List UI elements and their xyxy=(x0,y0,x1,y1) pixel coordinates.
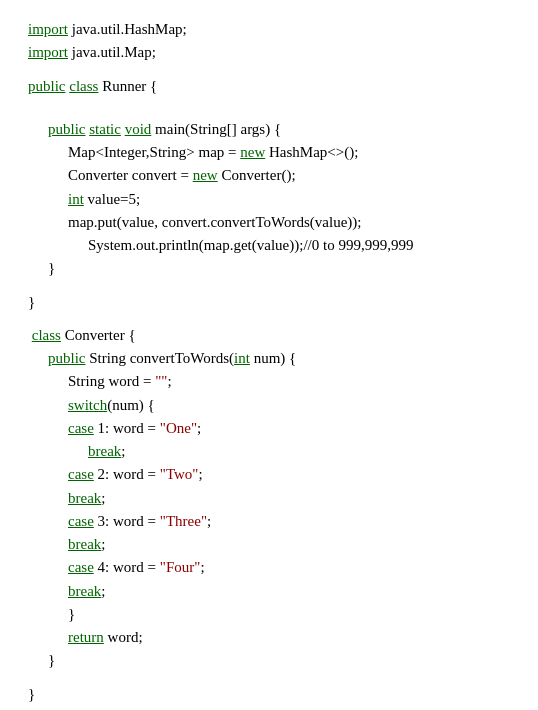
text-13b: num) { xyxy=(250,350,296,366)
kw-break-2: break xyxy=(68,490,101,506)
kw-import-1: import xyxy=(28,21,68,37)
text-22b: ; xyxy=(200,559,204,575)
line-23: break; xyxy=(28,580,510,603)
text-22a: 4: word = xyxy=(94,559,160,575)
text-17: ; xyxy=(121,443,125,459)
text-19: ; xyxy=(101,490,105,506)
str-5: "Four" xyxy=(160,559,201,575)
line-24: } xyxy=(28,603,510,626)
blank-2 xyxy=(28,98,510,108)
text-5b: HashMap<>(); xyxy=(265,144,358,160)
str-4: "Three" xyxy=(160,513,207,529)
text-25: word; xyxy=(104,629,143,645)
kw-new-2: new xyxy=(193,167,218,183)
line-12: class Converter { xyxy=(28,324,510,347)
text-16a: 1: word = xyxy=(94,420,160,436)
line-25: return word; xyxy=(28,626,510,649)
text-9a: System.out.println(map.get(value)); xyxy=(88,237,303,253)
line-20: case 3: word = "Three"; xyxy=(28,510,510,533)
kw-int-2: int xyxy=(234,350,250,366)
text-6a: Converter convert = xyxy=(68,167,193,183)
line-19: break; xyxy=(28,487,510,510)
kw-case-1: case xyxy=(68,420,94,436)
text-6b: Converter(); xyxy=(218,167,296,183)
text-1: java.util.HashMap; xyxy=(68,21,187,37)
str-1: "" xyxy=(155,373,167,389)
text-23: ; xyxy=(101,583,105,599)
text-11: } xyxy=(28,294,35,310)
line-8: map.put(value, convert.convertToWords(va… xyxy=(28,211,510,234)
line-26: } xyxy=(28,649,510,672)
line-9: System.out.println(map.get(value));//0 t… xyxy=(28,234,510,257)
line-27: } xyxy=(28,683,510,706)
blank-4 xyxy=(28,281,510,291)
line-21: break; xyxy=(28,533,510,556)
text-14a: String word = xyxy=(68,373,155,389)
line-1: import java.util.HashMap; xyxy=(28,18,510,41)
blank-1 xyxy=(28,65,510,75)
text-21: ; xyxy=(101,536,105,552)
line-18: case 2: word = "Two"; xyxy=(28,463,510,486)
text-18b: ; xyxy=(198,466,202,482)
kw-class-1: class xyxy=(69,78,98,94)
blank-6 xyxy=(28,673,510,683)
line-14: String word = ""; xyxy=(28,370,510,393)
text-12b: Converter { xyxy=(61,327,136,343)
text-24: } xyxy=(68,606,75,622)
line-5: Map<Integer,String> map = new HashMap<>(… xyxy=(28,141,510,164)
kw-break-4: break xyxy=(68,583,101,599)
line-3: public class Runner { xyxy=(28,75,510,98)
line-22: case 4: word = "Four"; xyxy=(28,556,510,579)
text-7: value=5; xyxy=(84,191,140,207)
kw-break-3: break xyxy=(68,536,101,552)
text-4c: main(String[] args) { xyxy=(151,121,281,137)
text-5a: Map<Integer,String> map = xyxy=(68,144,240,160)
text-14b: ; xyxy=(167,373,171,389)
text-20b: ; xyxy=(207,513,211,529)
line-17: break; xyxy=(28,440,510,463)
code-block: import java.util.HashMap; import java.ut… xyxy=(0,0,538,710)
kw-case-3: case xyxy=(68,513,94,529)
kw-case-2: case xyxy=(68,466,94,482)
kw-public-3: public xyxy=(48,350,86,366)
text-27: } xyxy=(28,686,35,702)
text-10: } xyxy=(48,260,55,276)
blank-3 xyxy=(28,108,510,118)
line-4: public static void main(String[] args) { xyxy=(28,118,510,141)
text-9b: //0 to 999,999,999 xyxy=(303,237,413,253)
text-15: (num) { xyxy=(107,397,155,413)
line-13: public String convertToWords(int num) { xyxy=(28,347,510,370)
text-13a: String convertToWords( xyxy=(86,350,235,366)
kw-new-1: new xyxy=(240,144,265,160)
text-2: java.util.Map; xyxy=(68,44,156,60)
line-11: } xyxy=(28,291,510,314)
kw-return: return xyxy=(68,629,104,645)
text-16b: ; xyxy=(197,420,201,436)
kw-switch: switch xyxy=(68,397,107,413)
kw-class-2: class xyxy=(32,327,61,343)
line-7: int value=5; xyxy=(28,188,510,211)
line-6: Converter convert = new Converter(); xyxy=(28,164,510,187)
kw-void: void xyxy=(125,121,152,137)
str-2: "One" xyxy=(160,420,197,436)
line-10: } xyxy=(28,257,510,280)
kw-public-2: public xyxy=(48,121,86,137)
str-3: "Two" xyxy=(160,466,199,482)
line-16: case 1: word = "One"; xyxy=(28,417,510,440)
kw-static: static xyxy=(89,121,121,137)
kw-int-1: int xyxy=(68,191,84,207)
kw-case-4: case xyxy=(68,559,94,575)
line-2: import java.util.Map; xyxy=(28,41,510,64)
kw-import-2: import xyxy=(28,44,68,60)
text-8: map.put(value, convert.convertToWords(va… xyxy=(68,214,361,230)
text-3b: Runner { xyxy=(98,78,157,94)
text-26: } xyxy=(48,652,55,668)
line-15: switch(num) { xyxy=(28,394,510,417)
kw-public-1: public xyxy=(28,78,66,94)
text-18a: 2: word = xyxy=(94,466,160,482)
text-20a: 3: word = xyxy=(94,513,160,529)
blank-5 xyxy=(28,314,510,324)
kw-break-1: break xyxy=(88,443,121,459)
